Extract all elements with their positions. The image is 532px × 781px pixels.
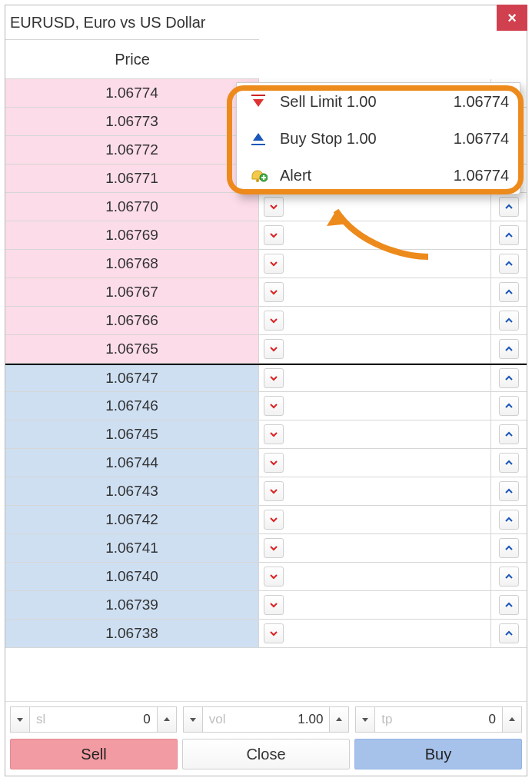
buy-at-row-button[interactable] bbox=[499, 538, 519, 558]
spinner-row: sl 0 vol 1.00 tp 0 bbox=[10, 706, 522, 733]
buy-at-row-button[interactable] bbox=[499, 254, 519, 274]
buy-at-row-button[interactable] bbox=[499, 197, 519, 217]
bid-row[interactable]: 1.06742 bbox=[5, 506, 527, 534]
svg-marker-10 bbox=[164, 717, 170, 721]
sell-at-row-button[interactable] bbox=[264, 453, 284, 473]
body-area: Price 1.067741.067731.067721.067711.0677… bbox=[5, 39, 527, 701]
sell-at-row-button[interactable] bbox=[264, 254, 284, 274]
bid-row[interactable]: 1.06739 bbox=[5, 591, 527, 620]
price-cell: 1.06738 bbox=[5, 620, 259, 647]
price-cell: 1.06739 bbox=[5, 591, 259, 619]
ask-row[interactable]: 1.06769 bbox=[5, 221, 527, 250]
price-cell: 1.06769 bbox=[5, 221, 259, 249]
buy-at-row-button[interactable] bbox=[499, 368, 519, 388]
tp-increment[interactable] bbox=[502, 706, 522, 733]
right-cell bbox=[491, 449, 527, 477]
price-cell: 1.06770 bbox=[5, 193, 259, 221]
action-row: Sell Close Buy bbox=[10, 739, 522, 769]
svg-point-4 bbox=[256, 179, 259, 182]
ask-row[interactable]: 1.06770 bbox=[5, 193, 527, 221]
sl-increment[interactable] bbox=[157, 706, 177, 733]
bid-row[interactable]: 1.06738 bbox=[5, 620, 527, 648]
sell-at-row-button[interactable] bbox=[264, 567, 284, 587]
sell-at-row-button[interactable] bbox=[264, 311, 284, 331]
right-cell bbox=[491, 591, 527, 619]
buy-stop-icon bbox=[248, 130, 269, 147]
sell-at-row-button[interactable] bbox=[264, 197, 284, 217]
sell-at-row-button[interactable] bbox=[264, 282, 284, 302]
tp-spinner: tp 0 bbox=[355, 706, 522, 733]
buy-at-row-button[interactable] bbox=[499, 311, 519, 331]
buy-button[interactable]: Buy bbox=[354, 739, 522, 769]
sell-at-row-button[interactable] bbox=[264, 595, 284, 615]
ask-row[interactable]: 1.06765 bbox=[5, 335, 527, 364]
sell-at-row-button[interactable] bbox=[264, 225, 284, 245]
buy-at-row-button[interactable] bbox=[499, 396, 519, 416]
price-cell: 1.06773 bbox=[5, 108, 259, 135]
price-cell: 1.06774 bbox=[5, 79, 259, 107]
buy-at-row-button[interactable] bbox=[499, 225, 519, 245]
right-cell bbox=[491, 534, 527, 562]
close-icon: × bbox=[507, 9, 517, 27]
right-cell bbox=[491, 250, 527, 278]
sell-at-row-button[interactable] bbox=[264, 396, 284, 416]
sell-button[interactable]: Sell bbox=[10, 739, 178, 769]
bid-row[interactable]: 1.06746 bbox=[5, 392, 527, 420]
sell-at-row-button[interactable] bbox=[264, 368, 284, 388]
window-title: EURUSD, Euro vs US Dollar bbox=[10, 14, 206, 32]
bid-row[interactable]: 1.06743 bbox=[5, 477, 527, 506]
svg-marker-13 bbox=[362, 718, 368, 722]
right-cell bbox=[491, 278, 527, 306]
menu-sell-limit[interactable]: Sell Limit 1.00 1.06774 bbox=[237, 83, 520, 120]
buy-at-row-button[interactable] bbox=[499, 595, 519, 615]
buy-at-row-button[interactable] bbox=[499, 623, 519, 643]
right-cell bbox=[491, 477, 527, 505]
vol-decrement[interactable] bbox=[183, 706, 203, 733]
sell-limit-icon bbox=[248, 93, 269, 110]
vol-spinner: vol 1.00 bbox=[183, 706, 350, 733]
ask-row[interactable]: 1.06767 bbox=[5, 278, 527, 307]
ask-row[interactable]: 1.06766 bbox=[5, 307, 527, 335]
mid-cell bbox=[259, 392, 491, 420]
sl-field[interactable]: sl 0 bbox=[30, 706, 157, 733]
bid-row[interactable]: 1.06744 bbox=[5, 449, 527, 477]
sell-at-row-button[interactable] bbox=[264, 538, 284, 558]
bid-row[interactable]: 1.06741 bbox=[5, 534, 527, 563]
right-cell bbox=[491, 620, 527, 647]
right-cell bbox=[491, 221, 527, 249]
close-window-button[interactable]: × bbox=[497, 5, 527, 31]
vol-increment[interactable] bbox=[329, 706, 349, 733]
right-cell bbox=[491, 193, 527, 221]
price-cell: 1.06766 bbox=[5, 307, 259, 334]
sell-at-row-button[interactable] bbox=[264, 623, 284, 643]
buy-at-row-button[interactable] bbox=[499, 424, 519, 444]
close-position-button[interactable]: Close bbox=[182, 739, 350, 769]
menu-alert[interactable]: Alert 1.06774 bbox=[237, 157, 520, 194]
menu-buy-stop[interactable]: Buy Stop 1.00 1.06774 bbox=[237, 120, 520, 157]
mid-cell bbox=[259, 591, 491, 619]
buy-at-row-button[interactable] bbox=[499, 481, 519, 501]
price-cell: 1.06746 bbox=[5, 392, 259, 420]
right-cell bbox=[491, 420, 527, 448]
bid-row[interactable]: 1.06745 bbox=[5, 420, 527, 449]
sell-at-row-button[interactable] bbox=[264, 510, 284, 530]
sl-decrement[interactable] bbox=[10, 706, 30, 733]
sell-at-row-button[interactable] bbox=[264, 424, 284, 444]
bid-row[interactable]: 1.06747 bbox=[5, 364, 527, 392]
mid-cell bbox=[259, 449, 491, 477]
sell-at-row-button[interactable] bbox=[264, 339, 284, 359]
buy-at-row-button[interactable] bbox=[499, 339, 519, 359]
buy-at-row-button[interactable] bbox=[499, 567, 519, 587]
sell-at-row-button[interactable] bbox=[264, 481, 284, 501]
buy-at-row-button[interactable] bbox=[499, 510, 519, 530]
tp-field[interactable]: tp 0 bbox=[375, 706, 502, 733]
vol-field[interactable]: vol 1.00 bbox=[203, 706, 330, 733]
right-cell bbox=[491, 307, 527, 334]
right-cell bbox=[491, 506, 527, 533]
tp-decrement[interactable] bbox=[355, 706, 375, 733]
price-cell: 1.06740 bbox=[5, 563, 259, 590]
buy-at-row-button[interactable] bbox=[499, 453, 519, 473]
bid-row[interactable]: 1.06740 bbox=[5, 563, 527, 591]
ask-row[interactable]: 1.06768 bbox=[5, 250, 527, 278]
buy-at-row-button[interactable] bbox=[499, 282, 519, 302]
